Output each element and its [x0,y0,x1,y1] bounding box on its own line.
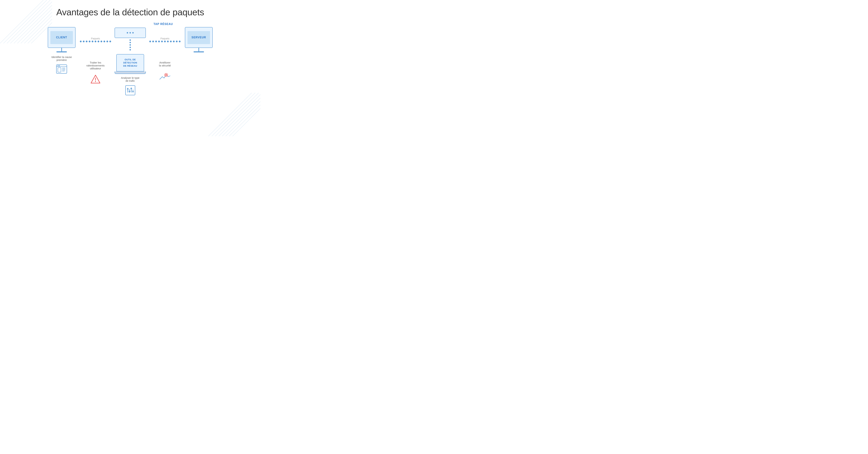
security-section: Améliorer la sécurité [148,61,182,81]
svg-line-11 [208,93,260,136]
diagram: TAP RÉSEAU CLIENT Paquets [0,23,260,96]
tap-dot2 [129,32,131,33]
svg-point-29 [95,81,96,82]
client-section: CLIENT [45,27,78,53]
tap-label: TAP RÉSEAU [153,23,173,26]
svg-line-10 [208,93,260,136]
monitor-base-client [56,51,67,53]
client-desc-section: Identifier la cause première [45,54,78,74]
client-monitor: CLIENT [48,27,75,48]
tap-vertical-connector [129,39,131,51]
right-connection: Paquets [148,37,182,42]
warning-icon [90,74,101,84]
svg-line-13 [210,93,260,136]
detection-tool-desc: Analyser le type de trafic [121,76,140,82]
svg-line-15 [217,93,260,136]
left-connection: Paquets [78,37,113,42]
security-chart-icon [159,71,171,81]
detection-tool: OUTIL DE DÉTECTION DE RÉSEAU [115,54,146,74]
client-desc: Identifier la cause première [51,56,72,61]
laptop-base [115,71,146,74]
dot-v3 [129,44,131,45]
page-title: Avantages de la détection de paquets [0,0,260,18]
monitor-stand-server [198,48,199,51]
paquets-left-sub: Traiter les ralentissements utilisateur [86,61,104,70]
browser-icon [56,64,68,74]
svg-line-17 [224,93,260,136]
dot-v2 [129,42,131,43]
svg-rect-22 [58,68,61,72]
client-label: CLIENT [56,36,67,39]
monitor-base-server [193,51,204,53]
laptop-screen: OUTIL DE DÉTECTION DE RÉSEAU [116,54,144,71]
svg-line-12 [208,93,260,136]
monitor-stand-client [61,48,62,51]
detection-tool-label: OUTIL DE DÉTECTION DE RÉSEAU [123,58,137,68]
svg-rect-30 [125,86,135,95]
barchart-icon [125,85,136,96]
bg-decoration-br: .dline2 { stroke: #c8dff0; stroke-width:… [208,93,260,136]
svg-line-14 [214,93,260,136]
dot-v5 [129,49,131,51]
server-screen: SERVEUR [187,31,210,44]
paquets-right-sub: Améliorer la sécurité [159,61,171,67]
svg-point-21 [59,65,60,66]
warning-section: Traiter les ralentissements utilisateur [78,61,113,84]
svg-point-20 [58,65,59,66]
dot-v4 [129,47,131,48]
paquets-left-label: Paquets [91,37,100,40]
server-monitor: SERVEUR [185,27,213,48]
client-screen: CLIENT [50,31,73,44]
tap-dot1 [127,32,128,33]
tap-section [113,28,148,52]
server-label: SERVEUR [191,36,206,39]
server-section: SERVEUR [182,27,215,53]
detection-tool-section: OUTIL DE DÉTECTION DE RÉSEAU Analyser le… [113,54,148,96]
svg-line-16 [220,93,260,136]
tap-device [115,28,146,38]
paquets-right-label: Paquets [160,37,169,40]
dot-v1 [129,39,131,41]
tap-dot3 [132,32,134,33]
